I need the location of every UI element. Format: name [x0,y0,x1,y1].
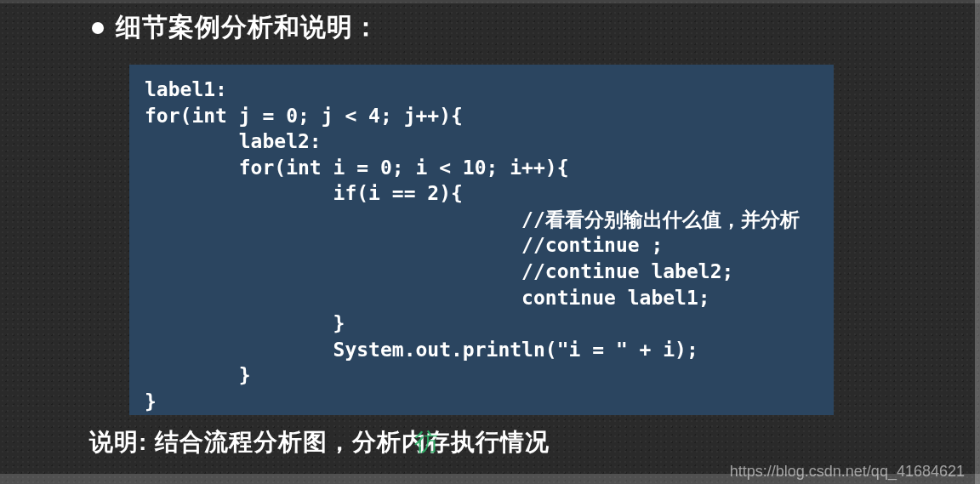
slide-heading: 细节案例分析和说明： [92,10,379,45]
code-line: for(int j = 0; j < 4; j++){ [145,105,463,127]
heading-text: 细节案例分析和说明： [116,10,379,45]
footer-note-pre: 说明: 结合流程分析图，分析 [89,429,402,455]
bullet-icon [92,22,104,34]
frame-edge-right [975,0,980,484]
frame-edge-top [0,0,980,3]
code-line: //continue label2; [145,260,733,282]
slide: 细节案例分析和说明： label1: for(int j = 0; j < 4;… [0,0,980,484]
footer-note-mid: 内存 [402,429,451,455]
code-line: label1: [145,78,227,100]
code-block: label1: for(int j = 0; j < 4; j++){ labe… [129,65,834,415]
footer-note-post: 执行情况 [451,429,550,455]
code-line: System.out.println("i = " + i); [145,339,698,361]
code-line: for(int i = 0; i < 10; i++){ [145,157,569,179]
code-line: if(i == 2){ [145,182,463,204]
code-line: //continue ; [145,234,663,256]
footer-note-mid-wrap: 内存彷 [402,429,451,455]
source-url: https://blog.csdn.net/qq_41684621 [730,463,965,481]
code-line: } [145,312,345,334]
code-line: label2: [145,130,322,152]
code-line: continue label1; [145,287,710,309]
code-line: //看看分别输出什么值，并分析 [145,208,800,231]
code-line: } [145,390,157,413]
footer-note: 说明: 结合流程分析图，分析内存彷执行情况 [89,426,550,458]
code-line: } [145,364,251,386]
